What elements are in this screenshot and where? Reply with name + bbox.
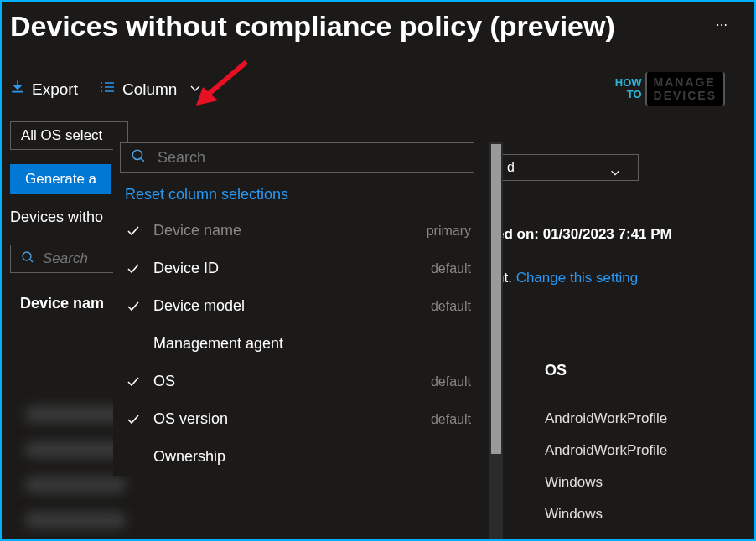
page-title: Devices without compliance policy (previ… [10, 10, 615, 43]
column-option-label: Device ID [153, 260, 419, 277]
column-button[interactable]: Column [99, 80, 202, 99]
dropdown-scrollbar[interactable] [489, 142, 503, 540]
chevron-down-icon [609, 167, 621, 182]
column-option-label: OS version [153, 410, 419, 428]
download-icon [10, 80, 25, 99]
column-option-label: Device name [153, 222, 415, 240]
table-row: Windows [545, 498, 696, 530]
col-os[interactable]: OS [545, 362, 696, 379]
search-icon [131, 148, 146, 167]
generate-label: Generate a [25, 171, 96, 187]
export-label: Export [32, 80, 78, 99]
column-option[interactable]: Device modeldefault [113, 287, 489, 325]
search-icon [21, 250, 34, 267]
column-option-tag: default [431, 261, 478, 276]
column-option-tag: default [431, 412, 478, 427]
table-row: AndroidWorkProfile [545, 403, 696, 435]
column-option[interactable]: Ownership [113, 438, 489, 476]
list-icon [99, 80, 116, 99]
column-dropdown: Reset column selections Device nameprima… [113, 142, 490, 476]
check-icon [125, 262, 142, 276]
column-option[interactable]: OSdefault [113, 363, 489, 400]
report-generated-date: ed on: 01/30/2023 7:41 PM [496, 226, 729, 243]
column-option-label: Management agent [153, 335, 459, 353]
svg-point-0 [23, 252, 31, 260]
column-option-tag: primary [427, 224, 478, 239]
check-icon [125, 375, 142, 389]
right-dropdown[interactable]: d [496, 154, 639, 181]
col-device-name[interactable]: Device nam [20, 295, 104, 312]
column-option-label: Ownership [153, 448, 459, 466]
reset-columns-link[interactable]: Reset column selections [113, 173, 489, 212]
right-panel: d ed on: 01/30/2023 7:41 PM nt. Change t… [496, 154, 729, 286]
table-row [25, 406, 126, 423]
table-row [25, 441, 126, 458]
os-filter-dropdown[interactable]: All OS select [10, 121, 128, 150]
more-icon[interactable]: ⋯ [716, 18, 729, 32]
watermark-logo: HOW TO MANAGE DEVICES [615, 72, 725, 106]
column-option[interactable]: Device nameprimary [113, 212, 489, 250]
os-column: OS AndroidWorkProfile AndroidWorkProfile… [545, 362, 696, 530]
right-dropdown-value: d [507, 160, 515, 174]
table-row [25, 512, 126, 528]
scrollbar-thumb[interactable] [491, 144, 501, 454]
check-icon [125, 224, 142, 238]
column-option-label: Device model [153, 297, 419, 315]
check-icon [125, 413, 142, 426]
column-option-tag: default [431, 299, 478, 314]
table-row [25, 477, 126, 493]
chevron-down-icon [189, 80, 202, 99]
table-row: AndroidWorkProfile [545, 435, 696, 466]
column-label: Column [122, 80, 177, 99]
column-option[interactable]: Management agent [113, 325, 489, 363]
column-search-input[interactable] [158, 149, 463, 167]
generate-button[interactable]: Generate a [10, 164, 111, 194]
column-option-tag: default [431, 374, 478, 389]
column-option-label: OS [153, 373, 419, 390]
table-row: Windows [545, 466, 696, 498]
export-button[interactable]: Export [10, 80, 78, 99]
column-search[interactable] [120, 142, 474, 173]
check-icon [125, 300, 142, 313]
column-option[interactable]: OS versiondefault [113, 400, 489, 438]
os-filter-value: All OS select [21, 127, 102, 143]
column-option[interactable]: Device IDdefault [113, 250, 489, 287]
svg-point-1 [132, 150, 142, 159]
change-setting-link[interactable]: Change this setting [516, 270, 639, 286]
